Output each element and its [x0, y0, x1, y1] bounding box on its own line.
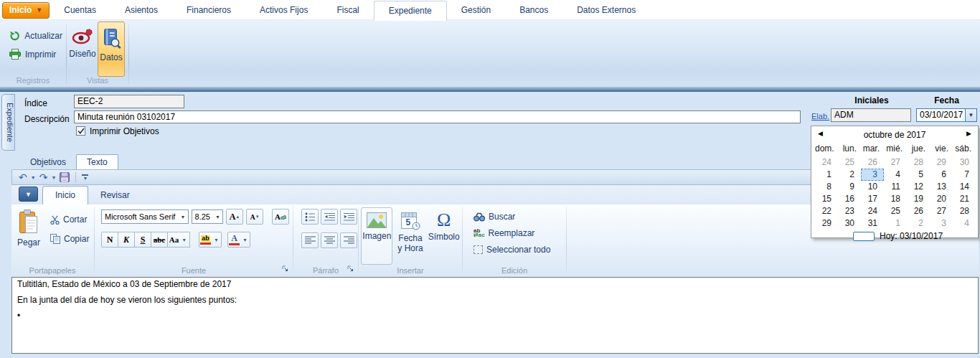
tab-texto[interactable]: Texto: [76, 154, 118, 169]
calendar-day[interactable]: 15: [815, 193, 838, 205]
indice-input[interactable]: EEC-2: [74, 95, 184, 108]
cortar-button[interactable]: Cortar: [47, 213, 92, 226]
calendar-day[interactable]: 28: [907, 156, 930, 169]
font-size-combobox[interactable]: 8.25 ▼: [192, 209, 223, 224]
qat-customize-icon[interactable]: ▼: [82, 174, 88, 180]
buscar-button[interactable]: Buscar: [471, 210, 562, 223]
strikethrough-button[interactable]: abc: [151, 232, 168, 248]
undo-dropdown-icon[interactable]: ▼: [29, 175, 37, 180]
tab-datos-externos[interactable]: Datos Externos: [562, 1, 650, 19]
redo-dropdown-icon[interactable]: ▼: [50, 175, 57, 180]
calendar-day[interactable]: 7: [953, 169, 976, 181]
document-editor[interactable]: Tultitlán, Estado de México a 03 de Sept…: [11, 277, 979, 354]
reemplazar-button[interactable]: ab⇄ac Reemplazar: [471, 227, 562, 240]
calendar-day[interactable]: 14: [953, 181, 976, 193]
calendar-day[interactable]: 18: [884, 193, 907, 205]
calendar-day[interactable]: 26: [861, 156, 884, 169]
calendar-day[interactable]: 28: [953, 205, 976, 217]
calendar-day[interactable]: 4: [953, 217, 976, 230]
calendar-day[interactable]: 11: [884, 181, 907, 193]
font-name-combobox[interactable]: Microsoft Sans Serif ▼: [101, 209, 189, 224]
tab-cuentas[interactable]: Cuentas: [50, 1, 110, 19]
tab-expediente[interactable]: Expediente: [374, 1, 447, 21]
actualizar-button[interactable]: Actualizar: [6, 29, 66, 43]
undo-icon[interactable]: ↶: [19, 172, 27, 182]
dialog-launcher-icon[interactable]: [347, 264, 354, 274]
calendar-day[interactable]: 23: [838, 205, 861, 217]
fecha-combobox[interactable]: 03/10/2017 ▼: [916, 108, 977, 122]
iniciales-input[interactable]: ADM: [831, 108, 911, 122]
shrink-font-button[interactable]: A▼: [246, 209, 263, 225]
calendar-day[interactable]: 31: [861, 217, 884, 230]
calendar-day[interactable]: 27: [930, 205, 953, 217]
calendar-day[interactable]: 12: [907, 181, 930, 193]
align-center-button[interactable]: [321, 232, 338, 248]
calendar-day[interactable]: 20: [930, 193, 953, 205]
tab-activos-fijos[interactable]: Activos Fijos: [245, 1, 322, 19]
calendar-day[interactable]: 24: [861, 205, 884, 217]
diseno-button[interactable]: Diseño: [69, 22, 96, 77]
calendar-day[interactable]: 1: [815, 169, 838, 181]
calendar-day[interactable]: 17: [861, 193, 884, 205]
copiar-button[interactable]: Copiar: [47, 232, 92, 245]
calendar-day[interactable]: 16: [838, 193, 861, 205]
calendar-day[interactable]: 27: [884, 156, 907, 169]
calendar-day[interactable]: 19: [907, 193, 930, 205]
editor-tab-inicio[interactable]: Inicio: [42, 186, 88, 204]
descripcion-input[interactable]: Minuta reunión 03102017: [74, 110, 801, 123]
calendar-prev-icon[interactable]: ◀: [818, 130, 823, 137]
calendar-day[interactable]: 21: [953, 193, 976, 205]
calendar-day[interactable]: 13: [930, 181, 953, 193]
calendar-day[interactable]: 3: [861, 169, 884, 181]
side-tab-expediente[interactable]: Expediente: [1, 94, 15, 151]
chevron-down-icon[interactable]: ▼: [965, 109, 976, 121]
grow-font-button[interactable]: A▲: [226, 209, 243, 225]
calendar-day[interactable]: 6: [930, 169, 953, 181]
imagen-button[interactable]: Imagen: [361, 207, 392, 265]
simbolo-button[interactable]: Ω Símbolo: [428, 207, 460, 265]
seleccionar-todo-button[interactable]: Seleccionar todo: [471, 243, 562, 256]
bullet-list-button[interactable]: [301, 209, 319, 225]
calendar-day[interactable]: 10: [861, 181, 884, 193]
pegar-button[interactable]: Pegar: [14, 207, 43, 265]
editor-file-menu-button[interactable]: ▼: [19, 187, 38, 202]
underline-button[interactable]: S: [134, 232, 151, 248]
highlight-color-button[interactable]: ab ▼: [199, 232, 222, 248]
fecha-hora-button[interactable]: 5 Fechay Hora: [395, 207, 425, 265]
calendar-day[interactable]: 29: [930, 156, 953, 169]
font-color-button[interactable]: A ▼: [227, 232, 250, 248]
calendar-day[interactable]: 29: [815, 217, 838, 230]
italic-button[interactable]: K: [118, 232, 135, 248]
calendar-day[interactable]: 1: [884, 217, 907, 230]
bold-button[interactable]: N: [101, 232, 118, 248]
calendar-day[interactable]: 25: [838, 156, 861, 169]
imprimir-objetivos-checkbox[interactable]: [76, 126, 85, 136]
dialog-launcher-icon[interactable]: [282, 264, 288, 274]
elab-link[interactable]: Elab.: [811, 112, 829, 121]
calendar-day[interactable]: 26: [907, 205, 930, 217]
tab-asientos[interactable]: Asientos: [110, 1, 172, 19]
calendar-title[interactable]: octubre de 2017: [864, 130, 926, 140]
calendar-day[interactable]: 24: [815, 156, 838, 169]
calendar-day[interactable]: 2: [838, 169, 861, 181]
tab-bancos[interactable]: Bancos: [505, 1, 562, 19]
save-icon[interactable]: [60, 172, 70, 182]
change-case-button[interactable]: Aa▼: [167, 232, 190, 248]
imprimir-button[interactable]: Imprimir: [6, 47, 66, 61]
align-left-button[interactable]: [301, 232, 319, 248]
align-right-button[interactable]: [340, 232, 357, 248]
calendar-next-icon[interactable]: ▶: [966, 130, 971, 137]
calendar-day[interactable]: 8: [815, 181, 838, 193]
tab-fiscal[interactable]: Fiscal: [322, 1, 373, 19]
calendar-day[interactable]: 25: [884, 205, 907, 217]
inicio-menu-button[interactable]: Inicio ▼: [2, 2, 50, 19]
calendar-today-row[interactable]: Hoy: 03/10/2017: [811, 230, 978, 241]
tab-objetivos[interactable]: Objetivos: [20, 155, 76, 169]
redo-icon[interactable]: ↷: [39, 172, 48, 182]
calendar-day[interactable]: 30: [838, 217, 861, 230]
calendar-day[interactable]: 2: [907, 217, 930, 230]
calendar-day[interactable]: 5: [907, 169, 930, 181]
increase-indent-button[interactable]: [340, 209, 357, 225]
calendar-day[interactable]: 4: [884, 169, 907, 181]
editor-tab-revisar[interactable]: Revisar: [88, 187, 142, 204]
